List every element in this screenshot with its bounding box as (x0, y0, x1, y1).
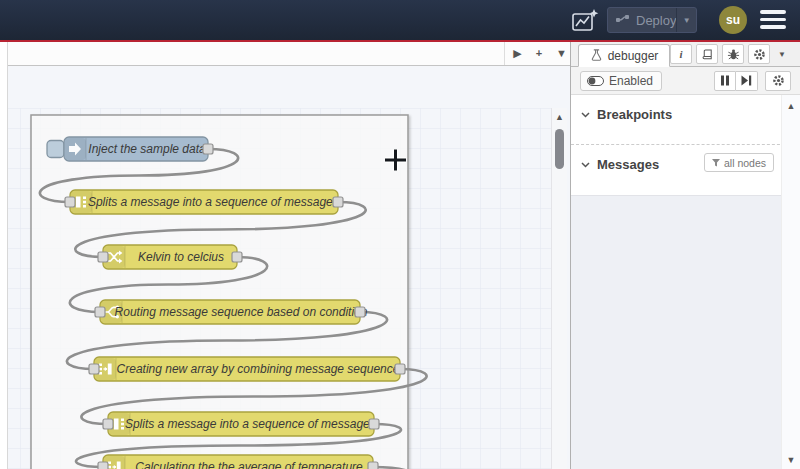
info-button[interactable]: i (670, 44, 692, 64)
avatar-initials: su (726, 13, 740, 27)
node-port[interactable] (368, 462, 378, 469)
scroll-up-icon[interactable]: ▲ (552, 112, 567, 122)
next-tab-icon[interactable]: ▶ (513, 42, 521, 65)
node-port[interactable] (65, 197, 75, 207)
node-label: Inject the sample data (88, 142, 206, 156)
main-menu-icon[interactable] (760, 10, 788, 30)
node-port[interactable] (95, 307, 105, 317)
debugger-controls: Enabled (571, 67, 800, 95)
funnel-icon (712, 159, 720, 167)
node-port[interactable] (333, 197, 343, 207)
section-messages[interactable]: Messages all nodes (571, 145, 800, 180)
user-avatar[interactable]: su (719, 6, 747, 34)
node-label: Routing message sequence based on condit… (115, 305, 368, 319)
flow-svg: Inject the sample dataSplits a message i… (0, 108, 570, 469)
node-port[interactable] (98, 462, 108, 469)
pause-icon (720, 75, 730, 86)
chevron-down-icon (581, 162, 590, 168)
node-label: Calculating the the average of temperatu… (135, 460, 363, 469)
tab-debugger-label: debugger (608, 49, 659, 63)
breakpoints-title: Breakpoints (597, 107, 672, 122)
node-port[interactable] (395, 364, 405, 374)
palette-collapsed-strip (0, 42, 8, 469)
gear-icon (772, 74, 785, 87)
debugger-enabled-toggle[interactable]: Enabled (580, 71, 662, 91)
vertical-scrollbar[interactable]: ▲ ▼ (551, 108, 567, 469)
flow-node-split[interactable]: Splits a message into a sequence of mess… (65, 190, 343, 214)
enabled-label: Enabled (609, 74, 653, 88)
section-breakpoints[interactable]: Breakpoints (571, 95, 800, 130)
inject-button[interactable] (47, 141, 64, 158)
node-port[interactable] (89, 364, 99, 374)
toggle-icon (587, 76, 604, 86)
node-label: Splits a message into a sequence of mess… (125, 417, 379, 431)
sidebar-tab-bar: debugger i (571, 42, 800, 67)
debug-button[interactable] (722, 44, 744, 64)
help-button[interactable] (696, 44, 718, 64)
bug-icon (727, 48, 740, 61)
node-port[interactable] (355, 307, 365, 317)
tab-debugger[interactable]: debugger (578, 44, 670, 67)
node-port[interactable] (369, 419, 379, 429)
flow-node-join[interactable]: Creating new array by combining message … (89, 357, 405, 381)
flask-icon (590, 49, 603, 62)
vertical-scroll-thumb[interactable] (555, 129, 564, 169)
step-icon (741, 75, 752, 86)
deploy-label: Deploy (636, 13, 676, 28)
header-accent-line (0, 40, 800, 42)
debugger-settings-button[interactable] (765, 71, 791, 91)
right-sidebar: debugger i (570, 42, 800, 469)
info-icon: i (680, 48, 683, 60)
add-flow-icon[interactable]: + (536, 42, 542, 65)
chevron-down-icon (581, 112, 590, 118)
flow-node-inject[interactable]: Inject the sample data (47, 137, 213, 161)
node-label: Creating new array by combining message … (117, 362, 400, 376)
gear-icon (753, 48, 766, 61)
message-filter-button[interactable]: all nodes (704, 153, 774, 172)
flow-canvas[interactable]: Inject the sample dataSplits a message i… (0, 42, 570, 469)
caret-down-icon: ▼ (683, 16, 691, 25)
scroll-up-icon[interactable]: ▲ (782, 101, 800, 111)
settings-button[interactable] (748, 44, 770, 64)
sidebar-scrollbar[interactable]: ▲ ▼ (781, 95, 800, 469)
messages-title: Messages (597, 157, 659, 172)
node-label: Splits a message into a sequence of mess… (88, 195, 342, 209)
deploy-options-caret[interactable]: ▼ (676, 8, 696, 32)
node-port[interactable] (98, 252, 108, 262)
scroll-down-icon[interactable]: ▼ (782, 455, 800, 465)
sidebar-caret-icon[interactable]: ▼ (778, 50, 786, 59)
header-bar: Deploy ▼ su (0, 0, 800, 40)
flow-node-join[interactable]: Calculating the the average of temperatu… (98, 455, 378, 469)
flow-node-change[interactable]: Kelvin to celcius (98, 245, 242, 269)
flow-list-caret-icon[interactable]: ▼ (556, 42, 567, 65)
pause-button[interactable] (714, 71, 736, 91)
debugger-panel: Breakpoints Messages all nodes ▲ ▼ (571, 95, 800, 469)
flow-node-split[interactable]: Splits a message into a sequence of mess… (103, 412, 379, 436)
step-button[interactable] (736, 71, 758, 91)
node-port[interactable] (232, 252, 242, 262)
flow-editor-icon[interactable] (571, 9, 599, 33)
filter-label: all nodes (724, 157, 766, 169)
deploy-icon (616, 14, 630, 26)
node-label: Kelvin to celcius (138, 250, 224, 264)
messages-list (571, 195, 781, 469)
book-icon (701, 48, 714, 61)
flow-node-switch[interactable]: Routing message sequence based on condit… (95, 300, 368, 324)
deploy-button[interactable]: Deploy ▼ (607, 7, 697, 33)
node-port[interactable] (203, 144, 213, 154)
node-port[interactable] (103, 419, 113, 429)
flow-tab-bar: ▶ + ▼ (8, 42, 570, 66)
